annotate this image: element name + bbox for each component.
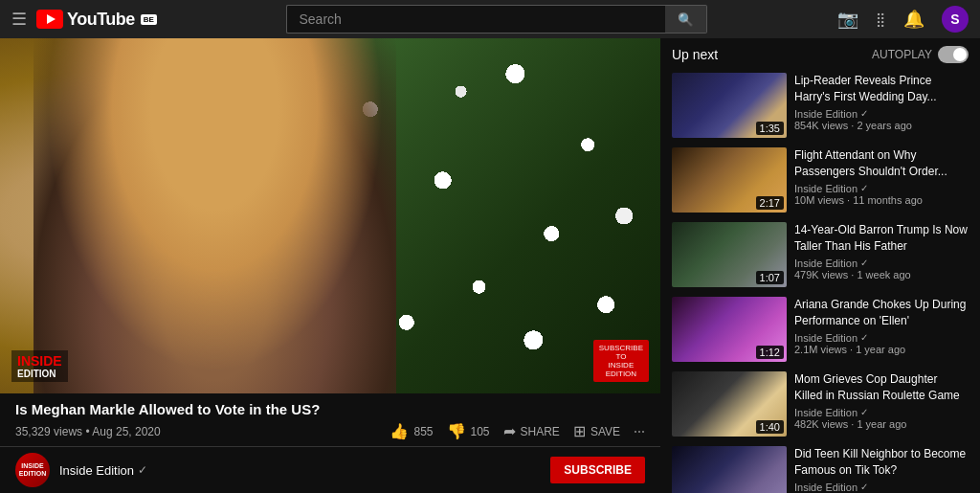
- sidebar-title: Flight Attendant on Why Passengers Shoul…: [794, 147, 969, 180]
- verified-icon: ✓: [860, 482, 868, 492]
- sidebar-video-item[interactable]: 1:40 Mom Grieves Cop Daughter Killed in …: [672, 371, 969, 437]
- more-icon: ⋯: [634, 425, 645, 438]
- up-next-header: Up next AUTOPLAY: [672, 46, 969, 63]
- search-button[interactable]: 🔍: [665, 5, 707, 34]
- save-button[interactable]: ⊞ SAVE: [573, 422, 620, 440]
- sidebar-channel: Inside Edition ✓: [794, 407, 969, 418]
- dislike-button[interactable]: 👎 105: [447, 422, 490, 440]
- video-stats: 35,329 views • Aug 25, 2020: [15, 425, 161, 438]
- hamburger-icon[interactable]: ☰: [11, 9, 27, 30]
- video-background: [0, 38, 660, 393]
- search-input[interactable]: [286, 5, 665, 34]
- sidebar-thumbnail-wrap: 1:40: [672, 371, 787, 437]
- video-title: Is Meghan Markle Allowed to Vote in the …: [15, 401, 645, 417]
- verified-icon: ✓: [138, 463, 147, 477]
- like-count: 855: [413, 425, 433, 438]
- avatar[interactable]: S: [942, 6, 969, 33]
- sidebar-thumbnail-wrap: 2:17: [672, 147, 787, 213]
- sidebar-duration: 1:07: [756, 271, 784, 284]
- sidebar-title: Mom Grieves Cop Daughter Killed in Russi…: [794, 371, 969, 404]
- sidebar-channel: Inside Edition ✓: [794, 482, 969, 493]
- main-layout: INSIDE EDITION SUBSCRIBETOINSIDEEDITION …: [0, 38, 980, 493]
- sidebar-info: Ariana Grande Chokes Up During Performan…: [794, 297, 969, 362]
- verified-icon: ✓: [860, 183, 868, 193]
- subscribe-overlay[interactable]: SUBSCRIBETOINSIDEEDITION: [593, 340, 649, 382]
- sidebar: Up next AUTOPLAY 1:35 Lip-Reader Reveals…: [660, 38, 980, 493]
- toggle-knob: [953, 48, 967, 61]
- sidebar-duration: 2:17: [756, 196, 784, 210]
- sidebar-channel: Inside Edition ✓: [794, 108, 969, 120]
- header-left: ☰ YouTube BE: [11, 9, 157, 30]
- youtube-icon: [36, 10, 63, 29]
- country-badge: BE: [141, 14, 157, 25]
- autoplay-row: AUTOPLAY: [872, 46, 969, 63]
- sidebar-thumbnail-wrap: 1:07: [672, 222, 787, 287]
- yt-logo[interactable]: YouTube BE: [36, 10, 157, 30]
- sidebar-thumbnail-wrap: 1:12: [672, 297, 787, 362]
- search-icon: 🔍: [678, 12, 694, 27]
- video-info: Is Meghan Markle Allowed to Vote in the …: [0, 393, 660, 446]
- autoplay-toggle[interactable]: [938, 46, 969, 63]
- subscribe-button[interactable]: SUBSCRIBE: [550, 457, 645, 483]
- sidebar-channel: Inside Edition ✓: [794, 332, 969, 344]
- verified-icon: ✓: [860, 258, 868, 268]
- sidebar-title: Ariana Grande Chokes Up During Performan…: [794, 297, 969, 329]
- sidebar-title: Did Teen Kill Neighbor to Become Famous …: [794, 446, 969, 479]
- sidebar-thumbnail-wrap: 1:35: [672, 73, 787, 138]
- sidebar-meta: 10M views · 11 months ago: [794, 194, 969, 206]
- sidebar-thumbnail: [672, 446, 787, 493]
- like-button[interactable]: 👍 855: [390, 422, 433, 440]
- thumbup-icon: 👍: [390, 422, 409, 440]
- video-player[interactable]: INSIDE EDITION SUBSCRIBETOINSIDEEDITION: [0, 38, 660, 393]
- sidebar-meta: 482K views · 1 year ago: [794, 418, 969, 430]
- up-next-label: Up next: [672, 47, 718, 62]
- sidebar-title: Lip-Reader Reveals Prince Harry's First …: [794, 73, 969, 105]
- sidebar-duration: 1:12: [756, 346, 784, 359]
- verified-icon: ✓: [860, 332, 868, 343]
- channel-name-row: Inside Edition ✓: [59, 463, 147, 478]
- view-count: 35,329 views: [15, 425, 82, 438]
- brand-overlay: INSIDE EDITION: [11, 350, 68, 382]
- save-icon: ⊞: [573, 422, 586, 440]
- sidebar-meta: 2.1M views · 1 year ago: [794, 344, 969, 355]
- inside-edition-logo: INSIDE EDITION: [17, 353, 62, 379]
- sidebar-video-item[interactable]: 1:35 Lip-Reader Reveals Prince Harry's F…: [672, 73, 969, 138]
- share-label: SHARE: [521, 425, 560, 438]
- verified-icon: ✓: [860, 407, 868, 417]
- share-button[interactable]: ➦ SHARE: [503, 422, 560, 440]
- more-button[interactable]: ⋯: [634, 425, 645, 438]
- sidebar-video-item[interactable]: 1:12 Ariana Grande Chokes Up During Perf…: [672, 297, 969, 362]
- search-form: 🔍: [286, 5, 707, 34]
- save-label: SAVE: [590, 425, 620, 438]
- channel-info: Inside Edition ✓: [59, 463, 147, 478]
- sidebar-info: Did Teen Kill Neighbor to Become Famous …: [794, 446, 969, 493]
- header: ☰ YouTube BE 🔍 📷 ⣿ 🔔 S: [0, 0, 980, 38]
- sidebar-info: 14-Year-Old Barron Trump Is Now Taller T…: [794, 222, 969, 287]
- sidebar-channel: Inside Edition ✓: [794, 183, 969, 194]
- sidebar-channel: Inside Edition ✓: [794, 258, 969, 269]
- header-right: 📷 ⣿ 🔔 S: [837, 6, 969, 33]
- publish-date: Aug 25, 2020: [92, 425, 160, 438]
- notifications-icon[interactable]: 🔔: [903, 9, 924, 30]
- youtube-wordmark: YouTube: [67, 10, 135, 30]
- channel-name[interactable]: Inside Edition: [59, 463, 134, 478]
- camera-icon[interactable]: 📷: [837, 9, 858, 30]
- thumbdown-icon: 👎: [447, 422, 466, 440]
- sidebar-video-item[interactable]: 1:07 14-Year-Old Barron Trump Is Now Tal…: [672, 222, 969, 287]
- share-icon: ➦: [503, 422, 516, 440]
- header-center: 🔍: [172, 5, 822, 34]
- video-meta: 35,329 views • Aug 25, 2020 👍 855 👎 105 …: [15, 422, 645, 440]
- sidebar-title: 14-Year-Old Barron Trump Is Now Taller T…: [794, 222, 969, 255]
- grid-icon[interactable]: ⣿: [876, 11, 886, 27]
- channel-row: INSIDEEDITION Inside Edition ✓ SUBSCRIBE: [0, 446, 660, 493]
- channel-avatar[interactable]: INSIDEEDITION: [15, 453, 50, 487]
- verified-icon: ✓: [860, 108, 868, 119]
- sidebar-info: Flight Attendant on Why Passengers Shoul…: [794, 147, 969, 213]
- video-section: INSIDE EDITION SUBSCRIBETOINSIDEEDITION …: [0, 38, 660, 493]
- sidebar-info: Lip-Reader Reveals Prince Harry's First …: [794, 73, 969, 138]
- autoplay-label: AUTOPLAY: [872, 48, 932, 61]
- sidebar-info: Mom Grieves Cop Daughter Killed in Russi…: [794, 371, 969, 437]
- sidebar-video-item[interactable]: 2:17 Flight Attendant on Why Passengers …: [672, 147, 969, 213]
- video-actions: 👍 855 👎 105 ➦ SHARE ⊞ SAVE: [390, 422, 645, 440]
- sidebar-video-item[interactable]: Did Teen Kill Neighbor to Become Famous …: [672, 446, 969, 493]
